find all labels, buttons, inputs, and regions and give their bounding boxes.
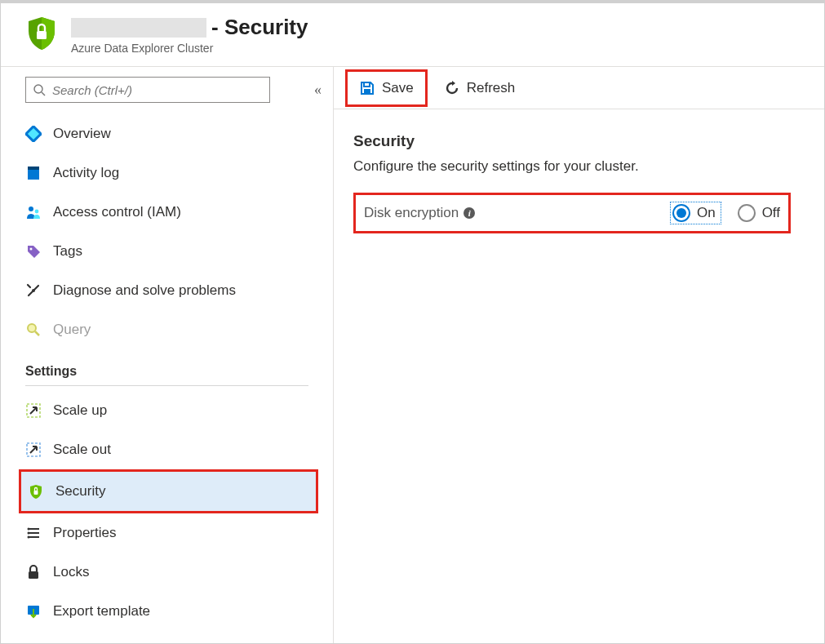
search-input[interactable] [25,77,270,103]
sidebar-item-label: Properties [53,525,116,541]
query-icon [25,322,42,338]
svg-point-19 [28,528,30,531]
sidebar-item-access-control[interactable]: Access control (IAM) [1,193,333,232]
sidebar-item-label: Query [53,322,91,338]
svg-point-8 [35,210,39,214]
tags-icon [25,243,42,260]
radio-off-label: Off [762,205,780,221]
settings-section-title: Settings [1,349,333,385]
divider [25,385,308,386]
sidebar-item-label: Locks [53,564,89,580]
radio-off[interactable]: Off [738,204,780,222]
svg-rect-22 [29,571,38,579]
svg-point-9 [30,248,33,251]
svg-point-7 [29,207,33,211]
sidebar-item-security[interactable]: Security [21,472,316,511]
collapse-sidebar-icon[interactable]: « [314,82,322,99]
cluster-name-redacted [71,18,206,38]
content: Security Configure the security settings… [334,109,824,256]
scale-up-icon [25,402,42,419]
sidebar-item-properties[interactable]: Properties [1,513,333,553]
sidebar-item-activity-log[interactable]: Activity log [1,153,333,193]
sidebar-item-label: Diagnose and solve problems [53,282,236,299]
radio-circle-icon [738,204,756,222]
sidebar-item-label: Overview [53,126,111,142]
svg-rect-6 [28,167,39,170]
overview-icon [25,126,42,142]
toolbar: Save Refresh [334,67,824,109]
highlight-security: Security [19,469,318,513]
sidebar-item-label: Access control (IAM) [53,204,181,220]
main-panel: Save Refresh Security Configure the secu… [334,67,824,643]
sidebar-item-query[interactable]: Query [1,310,333,349]
disk-encryption-label: Disk encryption [364,205,459,221]
access-control-icon [25,204,42,220]
svg-line-12 [35,331,39,335]
sidebar-item-label: Scale up [53,402,107,419]
sidebar-item-locks[interactable]: Locks [1,553,333,592]
svg-point-10 [32,289,35,292]
save-button[interactable]: Save [351,75,422,101]
svg-point-20 [28,532,30,535]
sidebar-item-label: Activity log [53,165,119,181]
sidebar-item-diagnose[interactable]: Diagnose and solve problems [1,271,333,310]
sidebar-item-tags[interactable]: Tags [1,232,333,271]
sidebar-item-label: Export template [53,603,150,620]
scale-out-icon [25,442,42,458]
refresh-button[interactable]: Refresh [436,75,524,101]
search-field[interactable] [52,83,263,97]
svg-rect-0 [37,31,47,39]
svg-point-1 [34,85,42,93]
properties-icon [25,525,42,541]
disk-encryption-radios: On Off [670,202,780,224]
page-header: - Security Azure Data Explorer Cluster [1,3,824,67]
shield-small-icon [28,483,44,500]
sidebar-item-label: Tags [53,243,82,260]
content-description: Configure the security settings for your… [353,158,805,175]
highlight-save: Save [345,69,428,107]
sidebar-item-scale-out[interactable]: Scale out [1,430,333,469]
refresh-label: Refresh [467,80,516,96]
refresh-icon [444,80,460,96]
sidebar: « Overview Activity log [1,67,334,643]
radio-on[interactable]: On [670,202,721,224]
disk-encryption-row: Disk encryption i On Off [353,193,791,233]
save-label: Save [382,80,414,96]
search-icon [33,83,46,96]
export-template-icon [25,603,42,620]
page-title: - Security [211,15,308,40]
radio-circle-icon [672,204,690,222]
lock-icon [25,564,42,580]
radio-on-label: On [697,205,716,221]
svg-point-11 [28,324,36,332]
save-icon [359,80,375,96]
content-heading: Security [353,132,805,150]
svg-rect-25 [364,89,370,94]
shield-icon [24,15,60,51]
sidebar-item-label: Scale out [53,442,111,458]
svg-rect-15 [34,491,38,495]
sidebar-item-scale-up[interactable]: Scale up [1,391,333,430]
svg-point-21 [28,536,30,539]
sidebar-item-label: Security [55,483,105,500]
page-subtitle: Azure Data Explorer Cluster [71,42,308,55]
activity-log-icon [25,165,42,181]
diagnose-icon [25,282,42,299]
svg-rect-24 [364,82,370,87]
info-icon[interactable]: i [464,207,475,219]
sidebar-item-overview[interactable]: Overview [1,114,333,153]
nav-settings: Scale up Scale out Security [1,391,333,631]
svg-line-2 [42,92,45,95]
nav-general: Overview Activity log Access control (IA… [1,114,333,349]
sidebar-item-export-template[interactable]: Export template [1,592,333,631]
